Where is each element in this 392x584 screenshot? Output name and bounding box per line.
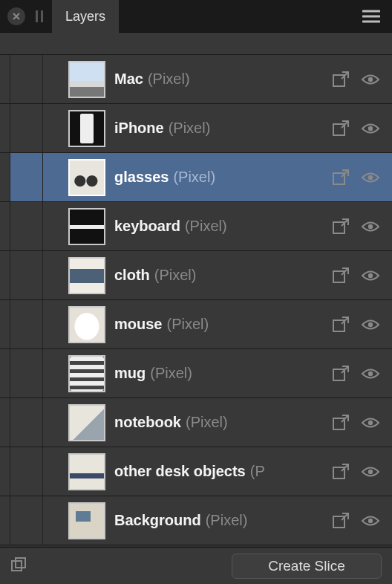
panel-footer: Create Slice (0, 547, 392, 584)
export-slice-button[interactable] (331, 217, 350, 236)
row-expand-gutter[interactable] (10, 447, 43, 496)
layer-thumbnail[interactable] (65, 354, 108, 393)
eye-icon (361, 269, 380, 282)
layer-label[interactable]: Background (Pixel) (108, 512, 331, 529)
layer-actions (331, 364, 392, 383)
row-gutter (0, 55, 10, 103)
export-slice-button[interactable] (331, 315, 350, 334)
eye-icon (361, 73, 380, 86)
visibility-toggle[interactable] (361, 416, 380, 429)
row-expand-gutter[interactable] (10, 153, 43, 201)
layer-row[interactable]: other desk objects (P (0, 447, 392, 496)
close-icon (12, 12, 21, 21)
layer-actions (331, 511, 392, 531)
layer-row[interactable]: mouse (Pixel) (0, 300, 392, 349)
row-gutter (0, 496, 10, 545)
layer-row[interactable]: iPhone (Pixel) (0, 104, 392, 153)
row-expand-gutter[interactable] (10, 55, 43, 103)
row-expand-gutter[interactable] (10, 349, 43, 398)
visibility-toggle[interactable] (361, 318, 380, 331)
layer-actions (331, 413, 392, 432)
layer-thumbnail[interactable] (65, 305, 108, 344)
export-slice-button[interactable] (331, 364, 350, 383)
svg-point-3 (368, 126, 373, 130)
layer-label[interactable]: cloth (Pixel) (108, 267, 331, 284)
layer-name: keyboard (114, 218, 180, 235)
row-expand-gutter[interactable] (10, 398, 43, 447)
svg-point-9 (368, 273, 373, 277)
layer-label[interactable]: mouse (Pixel) (108, 316, 331, 333)
visibility-toggle[interactable] (361, 514, 380, 528)
layer-row[interactable]: cloth (Pixel) (0, 251, 392, 300)
layer-label[interactable]: notebook (Pixel) (108, 414, 331, 431)
svg-point-19 (368, 518, 373, 522)
export-slice-icon (331, 70, 350, 89)
layer-row[interactable]: glasses (Pixel) (0, 153, 392, 202)
export-slice-button[interactable] (331, 462, 350, 481)
layer-label[interactable]: keyboard (Pixel) (108, 218, 331, 235)
export-slice-button[interactable] (331, 266, 350, 285)
export-slice-button[interactable] (331, 119, 350, 138)
layer-actions (331, 168, 392, 187)
layer-type: (Pixel) (150, 365, 192, 382)
layer-row[interactable]: notebook (Pixel) (0, 398, 392, 447)
layer-thumbnail[interactable] (65, 256, 108, 295)
visibility-toggle[interactable] (361, 122, 380, 135)
tab-label: Layers (65, 9, 105, 25)
layer-thumbnail[interactable] (65, 207, 108, 246)
svg-point-7 (368, 224, 373, 228)
export-slice-button[interactable] (331, 511, 350, 531)
row-expand-gutter[interactable] (10, 300, 43, 348)
svg-point-17 (368, 469, 373, 473)
layer-thumbnail[interactable] (65, 109, 108, 148)
export-slice-button[interactable] (331, 70, 350, 89)
close-panel-button[interactable] (7, 7, 25, 25)
visibility-toggle[interactable] (361, 73, 380, 86)
layer-name: cloth (114, 267, 150, 284)
tab-layers[interactable]: Layers (52, 0, 119, 33)
row-expand-gutter[interactable] (10, 104, 43, 152)
visibility-toggle[interactable] (361, 171, 380, 184)
eye-icon (361, 220, 380, 233)
layer-name: mug (114, 365, 146, 382)
panel-menu-button[interactable] (358, 5, 385, 27)
layer-label[interactable]: mug (Pixel) (108, 365, 331, 382)
row-expand-gutter[interactable] (10, 496, 43, 545)
layer-name: glasses (114, 169, 169, 186)
layer-row[interactable]: mug (Pixel) (0, 349, 392, 398)
dock-handle-icon[interactable] (36, 10, 43, 22)
layer-label[interactable]: other desk objects (P (108, 463, 331, 480)
layer-row[interactable]: Mac (Pixel) (0, 55, 392, 104)
layer-name: mouse (114, 316, 162, 333)
svg-point-11 (368, 322, 373, 326)
layer-thumbnail[interactable] (65, 158, 108, 197)
layer-thumbnail[interactable] (65, 502, 108, 540)
eye-icon (361, 514, 380, 528)
visibility-toggle[interactable] (361, 367, 380, 380)
layer-thumbnail[interactable] (65, 60, 108, 99)
export-slice-button[interactable] (331, 413, 350, 432)
row-gutter (0, 398, 10, 447)
export-slice-icon (331, 462, 350, 481)
layer-name: iPhone (114, 120, 164, 137)
eye-icon (361, 318, 380, 331)
export-slice-icon (331, 266, 350, 285)
visibility-toggle[interactable] (361, 269, 380, 282)
create-slice-button[interactable]: Create Slice (232, 554, 382, 579)
layer-label[interactable]: glasses (Pixel) (108, 169, 331, 186)
visibility-toggle[interactable] (361, 220, 380, 233)
layer-name: Background (114, 512, 201, 529)
layer-thumbnail[interactable] (65, 403, 108, 442)
eye-icon (361, 465, 380, 478)
row-expand-gutter[interactable] (10, 251, 43, 299)
visibility-toggle[interactable] (361, 465, 380, 478)
layer-row[interactable]: Background (Pixel) (0, 496, 392, 545)
layer-label[interactable]: Mac (Pixel) (108, 71, 331, 88)
duplicate-layer-button[interactable] (10, 557, 27, 576)
row-expand-gutter[interactable] (10, 202, 43, 250)
export-slice-button[interactable] (331, 168, 350, 187)
layer-row[interactable]: keyboard (Pixel) (0, 202, 392, 251)
layer-label[interactable]: iPhone (Pixel) (108, 120, 331, 137)
layer-thumbnail[interactable] (65, 452, 108, 491)
layers-list[interactable]: Mac (Pixel) iPhone (Pixel) (0, 55, 392, 547)
